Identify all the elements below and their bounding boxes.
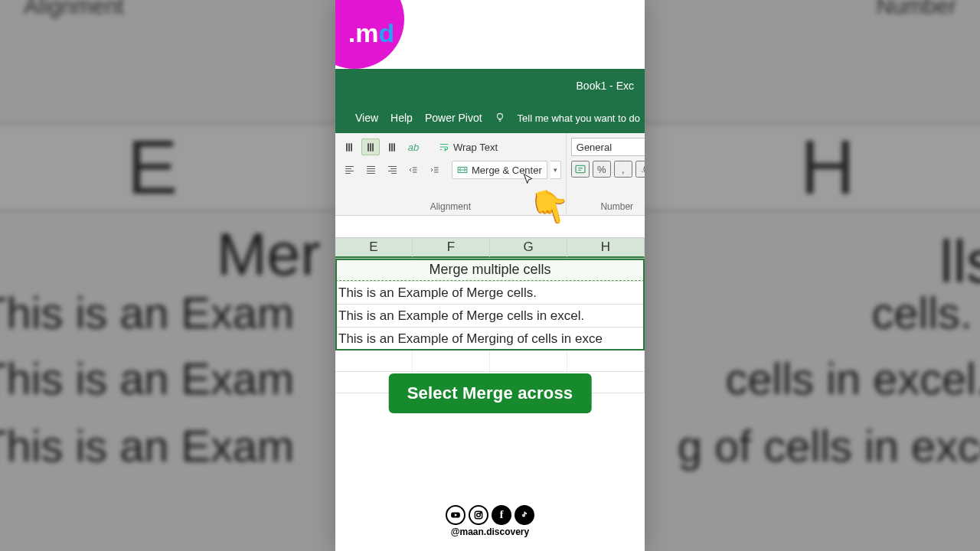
lightbulb-icon xyxy=(495,112,505,125)
col-header-g[interactable]: G xyxy=(490,238,567,258)
row-3: This is an Example of Merge cells in exc… xyxy=(335,305,645,328)
row-1: Merge multiple cells xyxy=(335,259,645,282)
halign-right-button[interactable] xyxy=(383,161,401,178)
menu-view[interactable]: View xyxy=(355,112,378,124)
tiktok-icon[interactable] xyxy=(514,505,534,525)
brand-logo: .md xyxy=(335,0,404,69)
row-2: This is an Example of Merge cells. xyxy=(335,282,645,305)
wrap-text-label: Wrap Text xyxy=(453,142,498,153)
valign-bottom-button[interactable] xyxy=(383,139,401,155)
title-bar: Book1 - Exc xyxy=(335,69,645,103)
youtube-icon[interactable] xyxy=(446,505,466,525)
row-4: This is an Example of Merging of cells i… xyxy=(335,328,645,350)
cell-r3[interactable]: This is an Example of Merge cells in exc… xyxy=(335,305,645,327)
social-footer: f @maan.discovery xyxy=(335,505,645,537)
col-header-f[interactable]: F xyxy=(413,238,490,258)
number-format-value: General xyxy=(577,142,612,153)
cell-r4[interactable]: This is an Example of Merging of cells i… xyxy=(335,328,645,350)
window-title: Book1 - Exc xyxy=(577,80,634,92)
comma-style-button[interactable]: , xyxy=(614,161,632,178)
increase-decimal-button[interactable]: .0 xyxy=(635,161,645,178)
valign-middle-button[interactable] xyxy=(361,139,380,155)
number-format-select[interactable]: General xyxy=(571,138,645,156)
wrap-text-button[interactable]: Wrap Text xyxy=(433,138,503,156)
halign-center-button[interactable] xyxy=(361,161,380,178)
merge-center-dropdown[interactable]: ▾ xyxy=(550,161,561,179)
facebook-icon[interactable]: f xyxy=(492,505,511,525)
tell-me-search[interactable]: Tell me what you want to do xyxy=(518,112,640,124)
menu-help[interactable]: Help xyxy=(390,112,413,124)
spreadsheet-area: E F G H Merge multiple cells This is an … xyxy=(335,237,645,393)
cell-r2[interactable]: This is an Example of Merge cells. xyxy=(335,282,645,304)
accounting-format-button[interactable] xyxy=(571,161,590,178)
svg-point-6 xyxy=(480,512,481,513)
foreground-panel: .md Book1 - Exc View Help Power Pivot Te… xyxy=(335,0,645,551)
instagram-icon[interactable] xyxy=(469,505,488,525)
social-handle: @maan.discovery xyxy=(451,527,529,537)
menu-powerpivot[interactable]: Power Pivot xyxy=(425,112,482,124)
svg-point-5 xyxy=(477,514,481,517)
menu-bar: View Help Power Pivot Tell me what you w… xyxy=(335,103,645,133)
col-header-e[interactable]: E xyxy=(335,238,413,258)
col-header-h[interactable]: H xyxy=(567,238,645,258)
svg-point-0 xyxy=(497,113,502,119)
instruction-callout: Select Merge across xyxy=(389,373,592,413)
increase-indent-button[interactable] xyxy=(426,161,444,178)
orientation-button[interactable]: ab xyxy=(404,139,423,155)
number-group-label: Number xyxy=(571,197,645,215)
column-headers: E F G H xyxy=(335,237,645,259)
valign-top-button[interactable] xyxy=(340,139,358,155)
halign-left-button[interactable] xyxy=(340,161,358,178)
svg-rect-2 xyxy=(576,165,585,172)
percent-button[interactable]: % xyxy=(593,161,611,178)
merged-cell-title[interactable]: Merge multiple cells xyxy=(335,259,645,281)
decrease-indent-button[interactable] xyxy=(404,161,423,178)
ribbon: ab Wrap Text M xyxy=(335,133,645,216)
